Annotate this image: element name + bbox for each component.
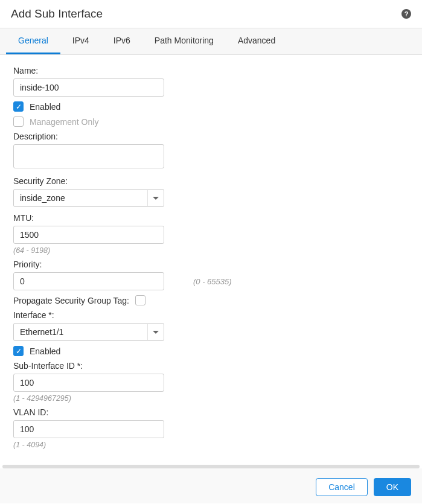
enabled-label-2: Enabled bbox=[30, 346, 60, 356]
mtu-label: MTU: bbox=[13, 213, 409, 223]
description-label: Description: bbox=[13, 132, 409, 141]
security-zone-label: Security Zone: bbox=[13, 176, 409, 186]
security-zone-value: inside_zone bbox=[20, 193, 65, 203]
field-interface: Interface *: Ethernet1/1 bbox=[13, 310, 409, 341]
management-only-checkbox[interactable] bbox=[13, 116, 24, 127]
priority-label: Priority: bbox=[13, 260, 409, 269]
management-only-label: Management Only bbox=[30, 117, 98, 127]
tab-ipv6[interactable]: IPv6 bbox=[101, 28, 142, 54]
subinterface-input[interactable] bbox=[13, 374, 164, 392]
interface-select-wrap: Ethernet1/1 bbox=[13, 323, 164, 341]
subinterface-label: Sub-Interface ID *: bbox=[13, 361, 409, 371]
cancel-button[interactable]: Cancel bbox=[316, 478, 368, 496]
tab-advanced[interactable]: Advanced bbox=[226, 28, 287, 54]
enabled-checkbox-1[interactable]: ✓ bbox=[13, 101, 24, 112]
priority-input[interactable] bbox=[13, 272, 164, 290]
security-zone-select[interactable]: inside_zone bbox=[13, 189, 164, 207]
interface-value: Ethernet1/1 bbox=[20, 327, 63, 337]
field-mtu: MTU: (64 - 9198) bbox=[13, 213, 409, 255]
dialog-title: Add Sub Interface bbox=[11, 7, 103, 21]
field-vlan-id: VLAN ID: (1 - 4094) bbox=[13, 407, 409, 449]
field-description: Description: bbox=[13, 132, 409, 170]
security-zone-select-wrap: inside_zone bbox=[13, 189, 164, 207]
help-icon[interactable]: ? bbox=[401, 9, 411, 19]
subinterface-hint: (1 - 4294967295) bbox=[13, 394, 409, 403]
tab-general[interactable]: General bbox=[6, 28, 60, 54]
description-input[interactable] bbox=[13, 144, 164, 168]
mtu-hint: (64 - 9198) bbox=[13, 246, 409, 255]
management-only-row: Management Only bbox=[13, 116, 409, 127]
name-input[interactable] bbox=[13, 78, 164, 97]
tab-path-monitoring[interactable]: Path Monitoring bbox=[142, 28, 226, 54]
field-name: Name: bbox=[13, 66, 409, 97]
enabled-row-2: ✓ Enabled bbox=[13, 346, 409, 356]
check-icon: ✓ bbox=[16, 348, 22, 355]
dialog-header: Add Sub Interface ? bbox=[0, 0, 422, 28]
interface-select[interactable]: Ethernet1/1 bbox=[13, 323, 164, 341]
dialog-footer: Cancel OK bbox=[0, 468, 422, 503]
priority-hint: (0 - 65535) bbox=[193, 277, 232, 286]
field-priority: Priority: (0 - 65535) bbox=[13, 260, 409, 290]
propagate-row: Propagate Security Group Tag: bbox=[13, 295, 409, 305]
mtu-input[interactable] bbox=[13, 226, 164, 244]
propagate-checkbox[interactable] bbox=[135, 295, 145, 305]
propagate-label: Propagate Security Group Tag: bbox=[13, 296, 129, 305]
name-label: Name: bbox=[13, 66, 409, 75]
field-security-zone: Security Zone: inside_zone bbox=[13, 176, 409, 207]
vlan-label: VLAN ID: bbox=[13, 407, 409, 417]
enabled-label-1: Enabled bbox=[30, 102, 60, 112]
check-icon: ✓ bbox=[16, 103, 22, 110]
vlan-input[interactable] bbox=[13, 420, 164, 438]
vlan-hint: (1 - 4094) bbox=[13, 441, 409, 449]
tab-ipv4[interactable]: IPv4 bbox=[60, 28, 101, 54]
interface-label: Interface *: bbox=[13, 310, 409, 320]
enabled-row-1: ✓ Enabled bbox=[13, 101, 409, 112]
tabs-bar: General IPv4 IPv6 Path Monitoring Advanc… bbox=[0, 28, 422, 55]
enabled-checkbox-2[interactable]: ✓ bbox=[13, 346, 24, 356]
form-body: Name: ✓ Enabled Management Only Descript… bbox=[0, 55, 422, 460]
ok-button[interactable]: OK bbox=[374, 478, 411, 496]
field-subinterface-id: Sub-Interface ID *: (1 - 4294967295) bbox=[13, 361, 409, 403]
